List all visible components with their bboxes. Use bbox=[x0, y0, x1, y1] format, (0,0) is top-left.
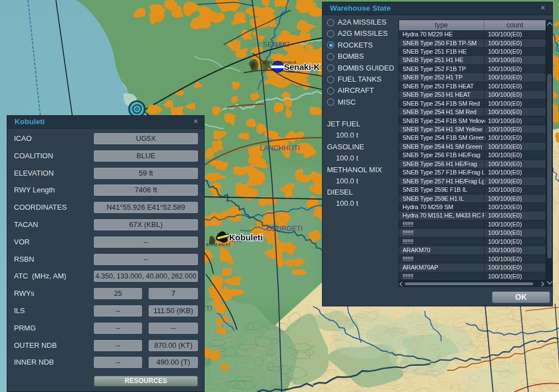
svg-text:OZURGETI: OZURGETI bbox=[267, 225, 303, 233]
svg-text:Senaki-K: Senaki-K bbox=[284, 62, 320, 72]
svg-text:LANCHHUTI: LANCHHUTI bbox=[260, 144, 300, 152]
svg-text:SENAKI: SENAKI bbox=[263, 40, 290, 49]
svg-text:870.00 kHz KT: 870.00 kHz KT bbox=[206, 243, 231, 247]
svg-text:Kobuleti: Kobuleti bbox=[229, 233, 263, 242]
